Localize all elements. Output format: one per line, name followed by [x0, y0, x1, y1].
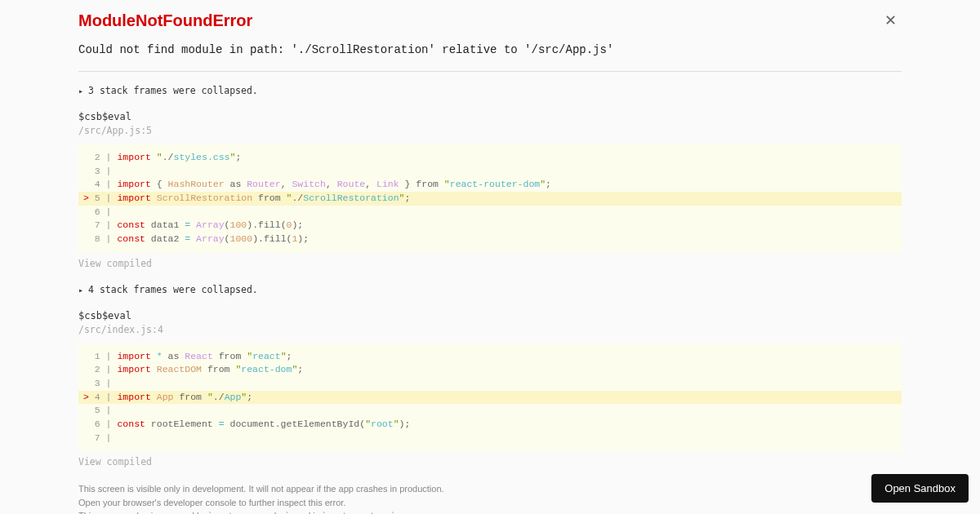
frame-location-2: /src/index.js:4	[78, 324, 902, 335]
code-line: 7 | const data1 = Array(100).fill(0);	[78, 219, 902, 233]
code-line: 5 |	[78, 404, 902, 418]
frame-name-1: $csb$eval	[78, 111, 902, 122]
close-icon: ✕	[884, 12, 897, 29]
close-button[interactable]: ✕	[880, 11, 902, 29]
code-line: 8 | const data2 = Array(1000).fill(1);	[78, 233, 902, 246]
code-line: 2 | import ReactDOM from "react-dom";	[78, 363, 902, 377]
code-line: 7 |	[78, 432, 902, 445]
code-line: 3 |	[78, 165, 902, 179]
frame-name-2: $csb$eval	[78, 310, 902, 321]
code-line: 4 | import { HashRouter as Router, Switc…	[78, 178, 902, 192]
code-line: > 4 | import App from "./App";	[78, 391, 902, 405]
code-line: 6 | const rootElement = document.getElem…	[78, 418, 902, 432]
view-compiled-link-1[interactable]: View compiled	[78, 258, 902, 269]
code-line: 1 | import * as React from "react";	[78, 350, 902, 364]
collapsed-frames-1[interactable]: 3 stack frames were collapsed.	[78, 85, 902, 96]
code-block-1: 2 | import "./styles.css"; 3 | 4 | impor…	[78, 144, 902, 253]
code-block-2: 1 | import * as React from "react"; 2 | …	[78, 343, 902, 452]
divider	[78, 71, 902, 72]
code-line: 2 | import "./styles.css";	[78, 151, 902, 165]
code-line: 6 |	[78, 206, 902, 219]
frame-location-1: /src/App.js:5	[78, 125, 902, 136]
footer-line-3: This error overlay is powered by `react-…	[78, 509, 902, 514]
footer-line-2: Open your browser's developer console to…	[78, 496, 902, 510]
footer-line-1: This screen is visible only in developme…	[78, 482, 902, 496]
collapsed-frames-2[interactable]: 4 stack frames were collapsed.	[78, 284, 902, 295]
error-title: ModuleNotFoundError	[78, 11, 252, 30]
error-message: Could not find module in path: './Scroll…	[78, 43, 902, 56]
open-sandbox-button[interactable]: Open Sandbox	[871, 474, 969, 503]
code-line: > 5 | import ScrollRestoration from "./S…	[78, 192, 902, 206]
code-line: 3 |	[78, 377, 902, 391]
view-compiled-link-2[interactable]: View compiled	[78, 456, 902, 467]
